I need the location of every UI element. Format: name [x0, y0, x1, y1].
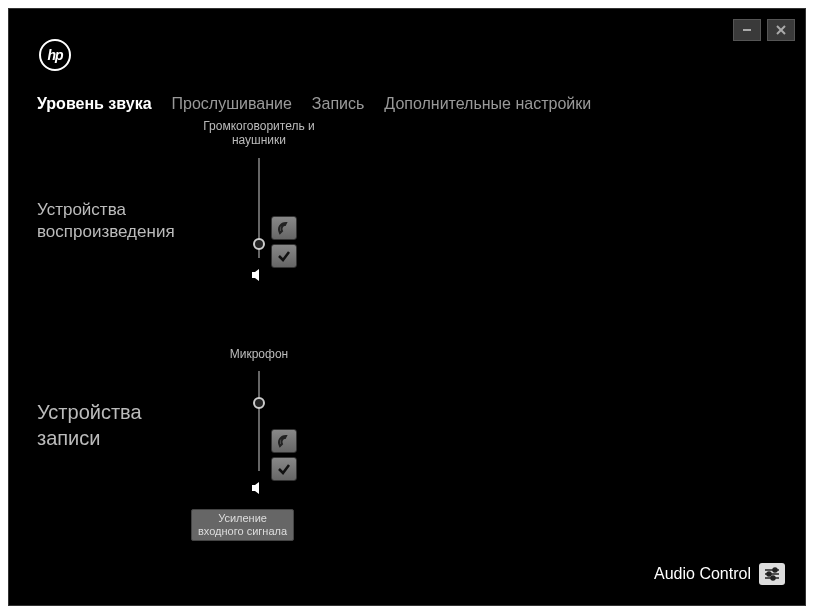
mic-default-device-button[interactable]: [271, 457, 297, 481]
close-button[interactable]: [767, 19, 795, 41]
mic-phone-mode-button[interactable]: [271, 429, 297, 453]
tab-record[interactable]: Запись: [312, 95, 365, 113]
mic-mute-icon[interactable]: [251, 481, 267, 499]
speaker-slider-group: Громкоговоритель и наушники: [199, 119, 319, 286]
tab-bar: Уровень звука Прослушивание Запись Допол…: [37, 95, 591, 113]
titlebar-buttons: [733, 19, 795, 41]
speaker-slider-thumb[interactable]: [253, 238, 265, 250]
speaker-mute-icon[interactable]: [251, 268, 267, 286]
svg-point-8: [771, 576, 775, 580]
mic-slider-track[interactable]: [258, 371, 260, 471]
settings-icon[interactable]: [759, 563, 785, 585]
minimize-button[interactable]: [733, 19, 761, 41]
tab-advanced[interactable]: Дополнительные настройки: [384, 95, 591, 113]
footer-brand-text: Audio Control: [654, 565, 751, 583]
mic-slider-group: Микрофон: [199, 347, 319, 499]
svg-point-6: [767, 572, 771, 576]
tab-listening[interactable]: Прослушивание: [172, 95, 292, 113]
mic-slider-label: Микрофон: [230, 347, 288, 361]
svg-point-4: [773, 568, 777, 572]
mic-boost-button[interactable]: Усиление входного сигнала: [191, 509, 294, 541]
speaker-slider-label: Громкоговоритель и наушники: [203, 119, 315, 148]
phone-mode-button[interactable]: [271, 216, 297, 240]
playback-option-buttons: [271, 216, 297, 268]
app-window: hp Уровень звука Прослушивание Запись До…: [8, 8, 806, 606]
playback-devices-label: Устройства воспроизведения: [37, 199, 175, 243]
hp-logo: hp: [39, 39, 71, 71]
footer-brand: Audio Control: [654, 563, 785, 585]
tab-volume-level[interactable]: Уровень звука: [37, 95, 152, 113]
record-option-buttons: [271, 429, 297, 481]
record-devices-label: Устройства записи: [37, 399, 142, 451]
speaker-slider-track[interactable]: [258, 158, 260, 258]
mic-slider-thumb[interactable]: [253, 397, 265, 409]
default-device-button[interactable]: [271, 244, 297, 268]
